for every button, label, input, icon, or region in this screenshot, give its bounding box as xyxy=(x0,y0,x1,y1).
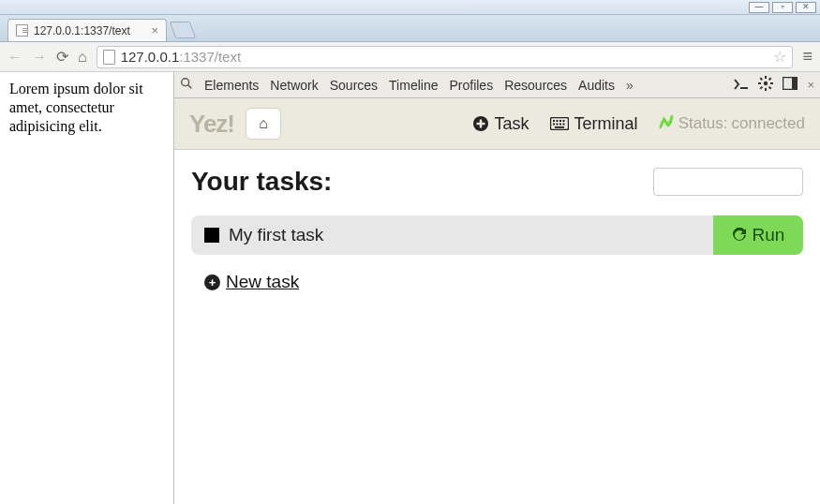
svg-rect-18 xyxy=(553,120,555,122)
yez-nav-task[interactable]: Task xyxy=(472,114,529,134)
devtools-overflow-icon[interactable]: » xyxy=(626,78,634,93)
back-icon[interactable]: ← xyxy=(7,49,22,66)
home-icon: ⌂ xyxy=(259,115,268,132)
svg-line-11 xyxy=(769,78,771,80)
page-viewport: Lorem ipsum dolor sit amet, consectetur … xyxy=(0,72,173,504)
window-maximize-button[interactable]: ▫ xyxy=(772,2,793,13)
new-task-label: New task xyxy=(226,272,299,292)
yez-body: Your tasks: My first task Run + New task xyxy=(174,150,820,504)
devtools-tab-profiles[interactable]: Profiles xyxy=(449,78,493,93)
yez-home-button[interactable]: ⌂ xyxy=(246,108,281,140)
browser-tab[interactable]: 127.0.0.1:1337/text × xyxy=(7,19,167,41)
svg-point-3 xyxy=(764,82,768,85)
keyboard-icon xyxy=(550,117,569,130)
chrome-menu-icon[interactable]: ≡ xyxy=(802,47,813,67)
svg-point-0 xyxy=(182,79,189,86)
devtools-close-icon[interactable]: × xyxy=(807,78,814,92)
svg-rect-19 xyxy=(556,120,558,122)
url-host: 127.0.0.1 xyxy=(121,49,180,65)
task-row: My first task Run xyxy=(191,215,803,255)
yez-nav-terminal[interactable]: Terminal xyxy=(550,114,638,134)
tasks-heading: Your tasks: xyxy=(191,167,332,197)
task-item[interactable]: My first task xyxy=(191,215,713,255)
plus-circle-icon: + xyxy=(204,274,220,290)
svg-rect-22 xyxy=(553,124,555,126)
yez-logo: Yez! xyxy=(189,110,234,139)
bookmark-star-icon[interactable]: ☆ xyxy=(773,48,786,66)
devtools-tab-resources[interactable]: Resources xyxy=(504,78,567,93)
svg-rect-23 xyxy=(556,124,558,126)
svg-rect-21 xyxy=(562,120,564,122)
yez-header: Yez! ⌂ Task Terminal 🗲 Status: connected xyxy=(174,98,820,150)
bolt-icon: 🗲 xyxy=(659,114,675,133)
plus-circle-icon xyxy=(472,115,489,132)
window-minimize-button[interactable]: — xyxy=(749,2,769,13)
devtools-tab-bar: Elements Network Sources Timeline Profil… xyxy=(174,72,820,98)
devtools-tab-sources[interactable]: Sources xyxy=(330,78,378,93)
url-text: 127.0.0.1:1337/text xyxy=(121,49,241,65)
page-icon xyxy=(103,50,115,65)
page-favicon-icon xyxy=(16,24,28,37)
svg-line-9 xyxy=(769,87,771,89)
new-task-link[interactable]: + New task xyxy=(204,272,299,292)
svg-rect-24 xyxy=(559,124,561,126)
window-titlebar: — ▫ ✕ xyxy=(0,0,820,15)
yez-status: 🗲 Status: connected xyxy=(659,114,805,133)
tab-close-icon[interactable]: × xyxy=(151,23,158,37)
yez-nav-terminal-label: Terminal xyxy=(574,114,638,134)
run-button-label: Run xyxy=(753,225,785,245)
yez-nav-task-label: Task xyxy=(495,114,529,134)
refresh-icon xyxy=(732,228,747,243)
url-path: :1337/text xyxy=(179,49,241,65)
tab-title: 127.0.0.1:1337/text xyxy=(34,24,130,37)
yez-status-value: connected xyxy=(732,114,805,133)
svg-line-1 xyxy=(188,85,192,89)
address-bar[interactable]: 127.0.0.1:1337/text ☆ xyxy=(97,46,794,68)
reload-icon[interactable]: ⟳ xyxy=(56,48,68,66)
task-name: My first task xyxy=(229,225,323,245)
home-icon[interactable]: ⌂ xyxy=(78,49,87,66)
devtools-console-icon[interactable] xyxy=(734,77,749,93)
devtools-tab-audits[interactable]: Audits xyxy=(578,78,615,93)
yez-status-prefix: Status: xyxy=(678,114,728,133)
svg-rect-26 xyxy=(555,126,564,128)
run-button[interactable]: Run xyxy=(713,215,803,255)
svg-line-8 xyxy=(761,78,763,80)
devtools-panel: Elements Network Sources Timeline Profil… xyxy=(173,72,820,504)
browser-tab-strip: 127.0.0.1:1337/text × xyxy=(0,15,820,42)
tasks-filter-input[interactable] xyxy=(653,168,803,196)
devtools-tab-elements[interactable]: Elements xyxy=(204,78,259,93)
svg-line-10 xyxy=(761,87,763,89)
svg-rect-20 xyxy=(559,120,561,122)
stop-square-icon xyxy=(204,228,219,243)
window-close-button[interactable]: ✕ xyxy=(796,2,816,13)
devtools-tab-timeline[interactable]: Timeline xyxy=(389,78,438,93)
page-body-text: Lorem ipsum dolor sit amet, consectetur … xyxy=(9,81,143,134)
devtools-tab-network[interactable]: Network xyxy=(270,78,318,93)
devtools-settings-icon[interactable] xyxy=(758,76,773,94)
browser-toolbar: ← → ⟳ ⌂ 127.0.0.1:1337/text ☆ ≡ xyxy=(0,42,820,72)
forward-icon[interactable]: → xyxy=(32,49,47,66)
devtools-dock-icon[interactable] xyxy=(783,77,798,93)
new-tab-button[interactable] xyxy=(170,22,197,38)
svg-rect-25 xyxy=(562,124,564,126)
devtools-search-icon[interactable] xyxy=(180,77,193,93)
svg-rect-13 xyxy=(792,78,798,90)
